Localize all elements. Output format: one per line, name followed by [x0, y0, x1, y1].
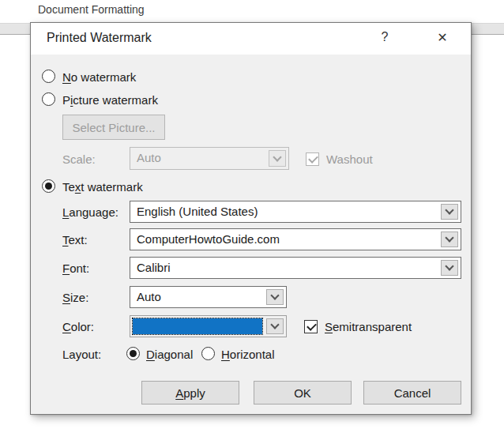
font-combobox[interactable]: Calibri	[130, 257, 461, 279]
color-combobox[interactable]	[130, 315, 287, 337]
close-icon[interactable]: ✕	[433, 30, 452, 45]
layout-label: Layout:	[62, 348, 101, 361]
no-watermark-label[interactable]: No watermark	[62, 70, 136, 84]
semitransparent-checkbox[interactable]	[304, 320, 318, 333]
scale-value: Auto	[137, 148, 161, 168]
language-label: Language:	[62, 205, 118, 219]
ok-button[interactable]: OK	[254, 381, 352, 405]
language-value: English (United States)	[137, 201, 258, 222]
radio-no-watermark[interactable]	[42, 70, 55, 83]
color-swatch	[133, 318, 262, 334]
chevron-down-icon[interactable]	[441, 260, 458, 276]
text-label: Text:	[62, 233, 88, 246]
picture-watermark-label[interactable]: Picture watermark	[62, 93, 158, 107]
help-icon[interactable]: ?	[376, 30, 393, 44]
diagonal-label[interactable]: Diagonal	[146, 348, 193, 361]
chevron-down-icon[interactable]	[441, 204, 458, 220]
chevron-down-icon	[269, 150, 286, 167]
cancel-button[interactable]: Cancel	[363, 381, 461, 405]
chevron-down-icon[interactable]	[266, 318, 284, 334]
select-picture-button: Select Picture...	[62, 115, 165, 140]
radio-diagonal[interactable]	[126, 347, 140, 360]
chevron-down-icon[interactable]	[266, 289, 284, 305]
radio-picture-watermark[interactable]	[42, 92, 55, 106]
scale-combobox: Auto	[130, 147, 289, 170]
text-watermark-label[interactable]: Text watermark	[62, 180, 143, 194]
dialog-titlebar: Printed Watermark ? ✕	[31, 23, 471, 55]
dialog-title: Printed Watermark	[47, 31, 152, 45]
apply-button[interactable]: Apply	[141, 381, 239, 405]
printed-watermark-dialog: Printed Watermark ? ✕ No watermark Pictu…	[30, 22, 472, 415]
color-label: Color:	[62, 320, 94, 333]
ribbon-tab-document-formatting[interactable]: Document Formatting	[38, 3, 145, 16]
word-background: Document Formatting Printed Watermark ? …	[0, 0, 504, 429]
text-combobox[interactable]: ComputerHowtoGuide.com	[130, 228, 461, 250]
horizontal-label[interactable]: Horizontal	[221, 348, 275, 361]
semitransparent-label[interactable]: Semitransparent	[325, 320, 412, 333]
font-value: Calibri	[137, 258, 171, 278]
size-label: Size:	[62, 291, 88, 304]
size-value: Auto	[137, 287, 161, 307]
radio-horizontal[interactable]	[201, 347, 215, 360]
washout-checkbox	[306, 152, 319, 166]
size-combobox[interactable]: Auto	[130, 286, 287, 308]
language-combobox[interactable]: English (United States)	[130, 201, 461, 223]
scale-label: Scale:	[62, 152, 96, 166]
chevron-down-icon[interactable]	[441, 231, 458, 247]
text-value: ComputerHowtoGuide.com	[137, 229, 280, 250]
radio-text-watermark[interactable]	[42, 179, 55, 193]
font-label: Font:	[62, 262, 89, 275]
washout-label: Washout	[326, 152, 373, 166]
